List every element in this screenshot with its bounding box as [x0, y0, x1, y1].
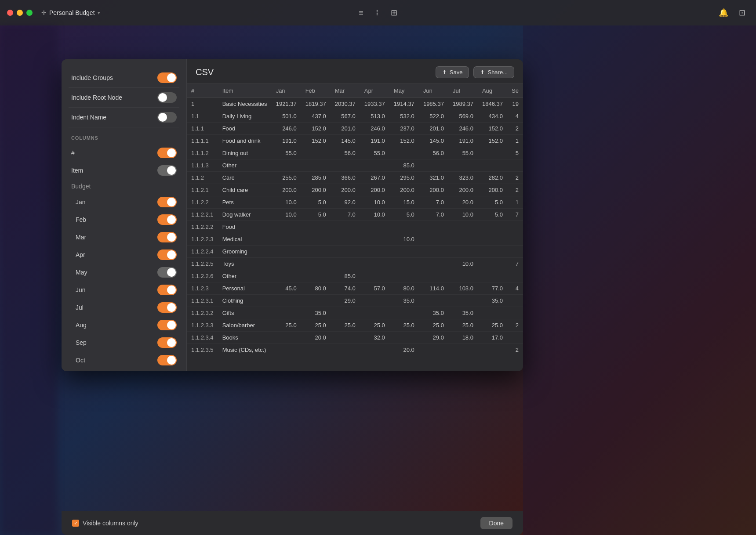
cell-mar: 25.0 [331, 319, 360, 332]
indent-name-toggle[interactable] [157, 112, 177, 123]
include-root-node-toggle[interactable] [157, 92, 177, 103]
visible-columns-checkbox-area[interactable]: ✓ Visible columns only [72, 520, 138, 527]
cell-jun [419, 233, 448, 246]
column-apr-toggle[interactable] [157, 249, 177, 260]
cell-aug: 25.0 [478, 319, 507, 332]
cell-sep: 1 [507, 196, 523, 209]
column-item-toggle[interactable] [157, 165, 177, 176]
bg-left [0, 25, 57, 535]
cell-item: Food [218, 221, 272, 233]
cell-mar [331, 233, 360, 246]
include-groups-toggle[interactable] [157, 72, 177, 83]
column-hash-toggle[interactable] [157, 148, 177, 158]
cell-jan: 1921.37 [272, 98, 301, 110]
chevron-down-icon[interactable]: ▾ [98, 10, 100, 16]
table-row: 1.1.2.3.5Music (CDs, etc.)20.02 [187, 344, 523, 356]
cell-item: Daily Living [218, 110, 272, 123]
cell-sep [507, 307, 523, 319]
cell-item: Child care [218, 184, 272, 196]
share-toolbar-button[interactable]: 🔔 [717, 6, 730, 19]
cell-feb [301, 147, 331, 159]
cell-item: Personal [218, 282, 272, 295]
cell-may [389, 307, 419, 319]
cell-item: Food [218, 123, 272, 135]
window-title-area: ✛ Personal Budget ▾ [41, 9, 100, 16]
cell-feb [301, 159, 331, 172]
more-options-button[interactable]: ⁞ [374, 6, 380, 19]
column-jun-toggle[interactable] [157, 285, 177, 295]
col-header-may: May [389, 84, 419, 98]
cell-feb [301, 246, 331, 258]
cell-apr: 191.0 [360, 135, 389, 147]
maximize-button[interactable] [26, 10, 33, 16]
column-mar-toggle[interactable] [157, 232, 177, 242]
cell-jun: 145.0 [419, 135, 448, 147]
cell-aug: 5.0 [478, 196, 507, 209]
cell-sep: 2 [507, 172, 523, 184]
cell-mar: 85.0 [331, 270, 360, 282]
done-button[interactable]: Done [480, 517, 512, 529]
cell-sep [507, 233, 523, 246]
cell-jun [419, 295, 448, 307]
cell-jun: 29.0 [419, 332, 448, 344]
share-button[interactable]: ⬆ Share... [473, 66, 514, 78]
table-row: 1.1.1.1Food and drink191.0152.0145.0191.… [187, 135, 523, 147]
column-aug-toggle[interactable] [157, 320, 177, 330]
cell-id: 1.1.1.2 [187, 147, 218, 159]
cell-id: 1.1 [187, 110, 218, 123]
header-buttons: ⬆ Save ⬆ Share... [436, 66, 514, 78]
close-button[interactable] [7, 10, 13, 16]
cell-jun: 522.0 [419, 110, 448, 123]
cell-jan [272, 295, 301, 307]
column-may-toggle[interactable] [157, 267, 177, 278]
cell-sep [507, 221, 523, 233]
column-jul-label: Jul [76, 304, 84, 311]
column-hash-label: # [71, 149, 75, 156]
cell-jul [448, 344, 478, 356]
table-row: 1.1.2.2.6Other85.0 [187, 270, 523, 282]
cell-jul: 35.0 [448, 307, 478, 319]
column-jun-row: Jun [69, 281, 179, 299]
column-sep-toggle[interactable] [157, 337, 177, 348]
col-header-jan: Jan [272, 84, 301, 98]
cell-id: 1.1.2.2 [187, 196, 218, 209]
cell-item: Gifts [218, 307, 272, 319]
cell-jul: 246.0 [448, 123, 478, 135]
column-oct-toggle[interactable] [157, 355, 177, 365]
cell-id: 1.1.2.3.3 [187, 319, 218, 332]
cell-feb: 5.0 [301, 196, 331, 209]
cell-may: 35.0 [389, 295, 419, 307]
column-jan-toggle[interactable] [157, 197, 177, 207]
right-panel: CSV ⬆ Save ⬆ Share... # Item Jan [187, 59, 523, 371]
minimize-button[interactable] [17, 10, 23, 16]
column-jul-toggle[interactable] [157, 302, 177, 313]
cell-mar: 366.0 [331, 172, 360, 184]
cell-sep: 4 [507, 110, 523, 123]
list-view-button[interactable]: ≡ [357, 7, 365, 19]
visible-columns-checkbox[interactable]: ✓ [72, 520, 79, 527]
cell-feb [301, 258, 331, 270]
cell-item: Food and drink [218, 135, 272, 147]
sidebar-toggle-button[interactable]: ⊡ [737, 6, 747, 19]
col-header-jun: Jun [419, 84, 448, 98]
cell-feb: 200.0 [301, 184, 331, 196]
cell-jan [272, 159, 301, 172]
cell-id: 1.1.2.2.5 [187, 258, 218, 270]
cell-jun: 7.0 [419, 196, 448, 209]
column-feb-toggle[interactable] [157, 214, 177, 225]
save-button[interactable]: ⬆ Save [436, 66, 469, 78]
visible-columns-label: Visible columns only [83, 520, 138, 527]
cell-item: Grooming [218, 246, 272, 258]
cell-item: Books [218, 332, 272, 344]
table-row: 1.1.2.2.5Toys10.07 [187, 258, 523, 270]
left-panel: Include Groups Include Root Node Indent … [62, 59, 187, 371]
cell-jan: 10.0 [272, 196, 301, 209]
cell-jul: 10.0 [448, 258, 478, 270]
cell-jul: 200.0 [448, 184, 478, 196]
columns-view-button[interactable]: ⊞ [389, 6, 399, 19]
cell-jun: 25.0 [419, 319, 448, 332]
cell-aug: 35.0 [478, 295, 507, 307]
table-row: 1.1.1.3Other85.0 [187, 159, 523, 172]
cell-jul [448, 270, 478, 282]
cell-jul: 25.0 [448, 319, 478, 332]
